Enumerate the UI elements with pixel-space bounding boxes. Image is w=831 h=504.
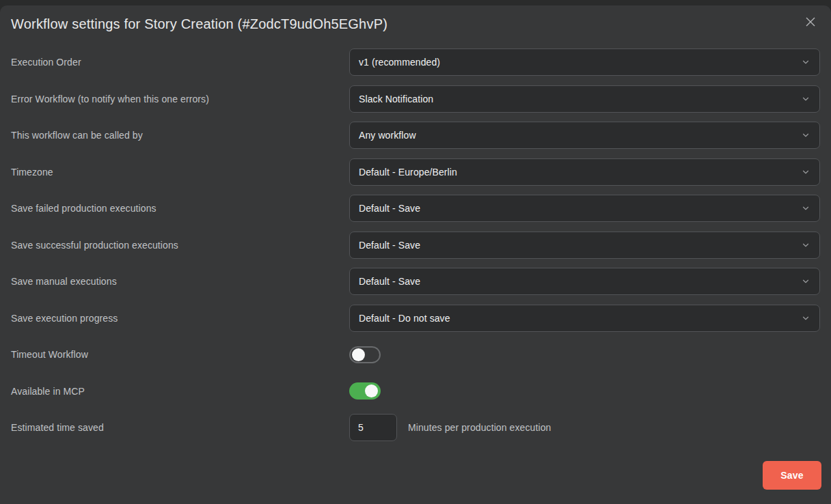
select-value: v1 (recommended): [359, 57, 440, 68]
close-icon[interactable]: [802, 14, 819, 30]
chevron-down-icon: [801, 94, 810, 104]
field-label: Save failed production executions: [11, 203, 349, 214]
save-failed-executions-select[interactable]: Default - Save: [349, 195, 820, 222]
field-control: Default - Save: [349, 268, 820, 295]
chevron-down-icon: [801, 277, 810, 286]
row-timezone: Timezone Default - Europe/Berlin: [11, 158, 820, 186]
settings-rows: Execution Order v1 (recommended) Error W…: [11, 48, 820, 441]
field-label: This workflow can be called by: [11, 130, 349, 141]
row-save-successful-executions: Save successful production executions De…: [11, 232, 820, 259]
select-value: Default - Save: [359, 276, 420, 287]
select-value: Slack Notification: [359, 94, 433, 104]
field-label: Save execution progress: [11, 313, 349, 324]
field-label: Available in MCP: [11, 386, 349, 397]
field-control: [349, 346, 820, 363]
field-control: Slack Notification: [349, 85, 820, 113]
error-workflow-select[interactable]: Slack Notification: [349, 85, 820, 113]
available-in-mcp-toggle[interactable]: [349, 382, 381, 400]
toggle-knob: [352, 348, 365, 361]
select-value: Any workflow: [359, 130, 416, 141]
select-value: Default - Do not save: [359, 313, 450, 324]
field-label: Estimated time saved: [11, 422, 349, 433]
called-by-select[interactable]: Any workflow: [349, 122, 820, 149]
execution-order-select[interactable]: v1 (recommended): [349, 48, 820, 76]
row-available-in-mcp: Available in MCP: [11, 378, 820, 405]
row-called-by: This workflow can be called by Any workf…: [11, 122, 820, 149]
estimated-time-suffix: Minutes per production execution: [408, 422, 551, 433]
field-control: Default - Save: [349, 232, 820, 259]
field-control: Minutes per production execution: [349, 414, 820, 441]
row-error-workflow: Error Workflow (to notify when this one …: [11, 85, 820, 113]
workflow-settings-modal: Workflow settings for Story Creation (#Z…: [0, 5, 831, 504]
field-label: Error Workflow (to notify when this one …: [11, 94, 349, 104]
estimated-time-input[interactable]: [349, 414, 397, 441]
timeout-workflow-toggle[interactable]: [349, 346, 381, 363]
row-save-failed-executions: Save failed production executions Defaul…: [11, 195, 820, 222]
field-control: Default - Europe/Berlin: [349, 158, 820, 186]
field-label: Timezone: [11, 167, 349, 178]
field-control: Default - Save: [349, 195, 820, 222]
modal-header: Workflow settings for Story Creation (#Z…: [11, 5, 820, 38]
row-save-manual-executions: Save manual executions Default - Save: [11, 268, 820, 295]
chevron-down-icon: [801, 204, 810, 213]
select-value: Default - Save: [359, 203, 420, 214]
field-label: Save manual executions: [11, 276, 349, 287]
field-control: v1 (recommended): [349, 48, 820, 76]
field-control: Default - Do not save: [349, 305, 820, 332]
field-label: Execution Order: [11, 57, 349, 68]
save-execution-progress-select[interactable]: Default - Do not save: [349, 305, 820, 332]
save-manual-executions-select[interactable]: Default - Save: [349, 268, 820, 295]
select-value: Default - Save: [359, 240, 420, 251]
field-label: Save successful production executions: [11, 240, 349, 251]
field-control: [349, 382, 820, 400]
field-control: Any workflow: [349, 122, 820, 149]
chevron-down-icon: [801, 57, 810, 67]
save-button[interactable]: Save: [763, 461, 821, 490]
toggle-knob: [365, 384, 378, 397]
save-successful-executions-select[interactable]: Default - Save: [349, 232, 820, 259]
row-execution-order: Execution Order v1 (recommended): [11, 48, 820, 76]
chevron-down-icon: [801, 167, 810, 177]
modal-title: Workflow settings for Story Creation (#Z…: [11, 14, 820, 33]
field-label: Timeout Workflow: [11, 349, 349, 360]
close-x-glyph: [806, 17, 815, 27]
row-estimated-time-saved: Estimated time saved Minutes per product…: [11, 414, 820, 441]
chevron-down-icon: [801, 240, 810, 250]
chevron-down-icon: [801, 313, 810, 323]
select-value: Default - Europe/Berlin: [359, 167, 457, 178]
row-save-execution-progress: Save execution progress Default - Do not…: [11, 305, 820, 332]
chevron-down-icon: [801, 130, 810, 140]
timezone-select[interactable]: Default - Europe/Berlin: [349, 158, 820, 186]
row-timeout-workflow: Timeout Workflow: [11, 341, 820, 368]
